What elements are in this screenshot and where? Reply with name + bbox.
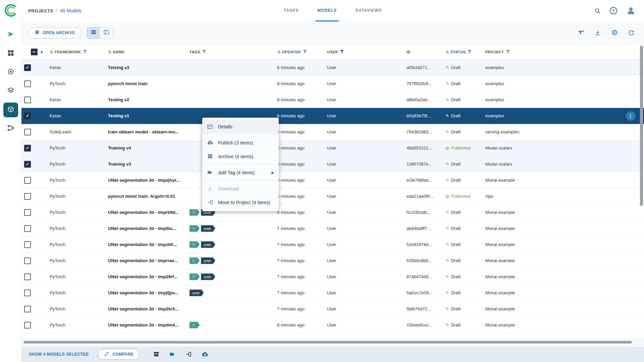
table-row[interactable]: Keras Testing v1 6 minutes ago User b0a9… [21, 108, 644, 124]
filter-icon[interactable] [83, 50, 87, 54]
filter-icon[interactable] [506, 50, 509, 54]
tab-tasks[interactable]: TASKS [282, 0, 301, 21]
column-header-updated[interactable]: UPDATED [274, 49, 324, 55]
row-checkbox[interactable] [24, 225, 31, 232]
table-row[interactable]: PyTorch UNet segmentation 3d - tmprrae..… [21, 253, 644, 269]
move-to-project-icon[interactable] [185, 351, 192, 358]
row-checkbox[interactable] [24, 113, 31, 119]
selection-dropdown-icon[interactable] [41, 49, 43, 55]
download-icon[interactable] [594, 29, 601, 36]
filter-icon[interactable] [303, 50, 307, 54]
row-context-menu-button[interactable] [626, 111, 635, 121]
sidebar-item-dashboard[interactable] [3, 46, 18, 61]
user-filter-icon[interactable] [340, 50, 344, 54]
row-checkbox[interactable] [24, 80, 31, 87]
row-checkbox[interactable] [24, 193, 31, 200]
table-row[interactable]: PyTorch UNet segmentation 3d - tmpzh0...… [21, 237, 644, 253]
sidebar-item-projects[interactable] [3, 65, 18, 80]
column-header-name[interactable]: NAME [105, 49, 187, 55]
table-row[interactable]: PyTorch UNet segmentation 3d - tmprb9d..… [21, 204, 644, 221]
row-select-cell [21, 274, 47, 280]
sidebar-item-models[interactable] [3, 103, 18, 117]
cell-tags: ✓unet [187, 257, 274, 264]
horizontal-scrollbar[interactable] [21, 338, 644, 347]
table-row[interactable]: PyTorch UNet segmentation 3d - tmpdm4...… [21, 317, 644, 333]
horizontal-scrollbar-thumb[interactable] [23, 341, 632, 344]
menu-item-publish-3-items[interactable]: Publish (3 items) [202, 136, 279, 149]
open-archive-button[interactable]: OPEN ARCHIVE [28, 27, 82, 39]
cell-user: User [324, 258, 404, 263]
breadcrumb-all-models[interactable]: All Models [60, 8, 82, 13]
row-checkbox[interactable] [24, 161, 31, 168]
table-row[interactable]: Keras Testing v2 6 minutes ago User af6d… [21, 92, 644, 108]
column-header-user[interactable]: USER [324, 50, 404, 54]
filter-icon[interactable] [203, 50, 206, 54]
table-row[interactable]: PyTorch UNet segmentation 3d - tmp0tu...… [21, 221, 644, 237]
row-checkbox[interactable] [24, 274, 31, 280]
table-view-button[interactable] [87, 27, 100, 38]
row-checkbox[interactable] [24, 64, 31, 71]
row-checkbox[interactable] [24, 241, 31, 248]
row-select-cell [21, 161, 47, 168]
cell-status: Draft [443, 306, 483, 311]
table-row[interactable]: PyTorch pytorch mnist train: Args/lr=0.0… [21, 188, 644, 204]
column-header-tags[interactable]: TAGS [187, 50, 274, 54]
row-checkbox[interactable] [24, 257, 31, 264]
table-row[interactable]: PyTorch Training v4 6 minutes ago User 4… [21, 140, 644, 156]
table-row[interactable]: PyTorch UNet segmentation 3d - tmp29rf..… [21, 269, 644, 285]
menu-item-archive-4-items[interactable]: Archive (4 items) [202, 149, 279, 163]
menu-item-move-to-project-4-items[interactable]: Move to Project (4 items) [202, 195, 279, 209]
menu-item-details[interactable]: Details [202, 120, 279, 133]
row-checkbox[interactable] [24, 129, 31, 135]
archive-icon[interactable] [153, 351, 160, 358]
row-checkbox[interactable] [24, 322, 31, 328]
menu-item-add-tag-4-items[interactable]: Add Tag (4 items) [202, 166, 279, 179]
refresh-icon[interactable] [628, 29, 635, 36]
column-header-framework[interactable]: FRAMEWORK [47, 49, 105, 55]
sort-icon[interactable] [50, 49, 53, 55]
sort-icon[interactable] [445, 49, 449, 55]
tab-models[interactable]: MODELS [316, 0, 339, 21]
column-header-status[interactable]: STATUS [443, 49, 483, 55]
row-checkbox[interactable] [24, 97, 31, 103]
row-checkbox[interactable] [24, 306, 31, 312]
table-row[interactable]: PyTorch Training v3 6 minutes ago User 1… [21, 156, 644, 172]
vertical-scrollbar-thumb[interactable] [640, 46, 643, 206]
breadcrumb-projects[interactable]: PROJECTS [28, 8, 53, 13]
show-selected-link[interactable]: SHOW 4 MODELS SELECTED [29, 352, 89, 357]
table-row[interactable]: PyTorch UNet segmentation 3d - tmp2kr0..… [21, 301, 644, 317]
table-row[interactable]: PyTorch UNet segmentation 3d - tmp6fa0..… [21, 333, 644, 338]
table-row[interactable]: ScikitLearn train sklearn model - sklear… [21, 124, 644, 140]
clearml-logo[interactable] [4, 3, 18, 19]
sidebar-item-getting-started[interactable] [3, 27, 18, 42]
row-checkbox[interactable] [24, 209, 31, 216]
sort-icon[interactable] [108, 49, 112, 55]
row-checkbox[interactable] [24, 290, 31, 296]
sort-icon[interactable] [277, 49, 281, 55]
publish-icon[interactable] [201, 351, 209, 358]
cell-name: Tetsing v3 [105, 65, 187, 70]
compare-button[interactable]: COMPARE [98, 349, 140, 360]
tag-icon[interactable] [169, 351, 176, 358]
table-row[interactable]: PyTorch UNet segmentation 3d - tmpjfjpv.… [21, 285, 644, 301]
search-icon[interactable] [594, 7, 601, 14]
select-all-checkbox[interactable] [31, 49, 38, 55]
sidebar-item-pipelines[interactable] [3, 121, 18, 136]
clear-filters-icon[interactable] [578, 29, 584, 36]
sidebar-item-datasets[interactable] [3, 84, 18, 99]
row-checkbox[interactable] [24, 145, 31, 152]
help-icon[interactable] [610, 7, 617, 14]
vertical-scrollbar[interactable] [640, 46, 643, 341]
table-row[interactable]: PyTorch pytorch mnist train 6 minutes ag… [21, 76, 644, 92]
row-checkbox[interactable] [24, 338, 31, 338]
settings-icon[interactable] [611, 29, 618, 36]
table-row[interactable]: PyTorch UNet segmentation 3d - tmpvjhyl.… [21, 172, 644, 188]
column-header-project[interactable]: PROJECT [483, 50, 644, 54]
column-header-id[interactable]: ID [404, 50, 443, 54]
tab-dataviews[interactable]: DATAVIEWS [354, 0, 384, 21]
detail-view-button[interactable] [100, 27, 113, 38]
table-row[interactable]: Keras Tetsing v3 6 minutes ago User af2b… [21, 60, 644, 76]
filter-icon[interactable] [468, 50, 471, 54]
row-checkbox[interactable] [24, 177, 31, 184]
user-avatar[interactable] [626, 6, 636, 16]
